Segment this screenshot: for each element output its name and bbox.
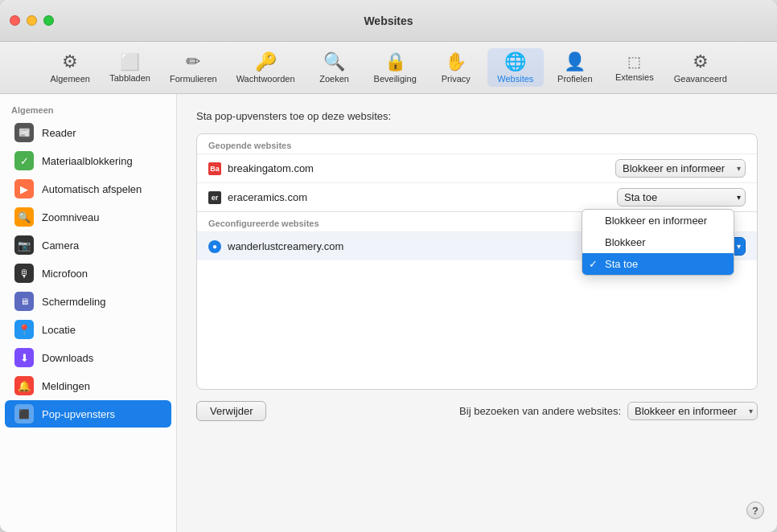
websites-box: Geopende websites Ba breakingatom.com Bl… [196, 133, 758, 390]
wachtwoorden-icon: 🔑 [255, 51, 277, 72]
sidebar-item-camera[interactable]: 📷 Camera [5, 231, 171, 259]
location-icon: 📍 [14, 320, 34, 339]
sidebar-item-meldingen[interactable]: 🔔 Meldingen [5, 372, 171, 399]
toolbar-label-wachtwoorden: Wachtwoorden [236, 74, 295, 84]
toolbar-item-beveiliging[interactable]: 🔒 Beveiliging [366, 48, 425, 87]
algemeen-icon: ⚙ [62, 51, 78, 72]
window-title: Websites [364, 14, 413, 27]
toolbar-item-algemeen[interactable]: ⚙ Algemeen [42, 48, 98, 87]
extensies-icon: ⬚ [627, 53, 641, 71]
other-websites-label: Bij bezoeken van andere websites: [459, 405, 621, 417]
select-wrapper-breakingatom: Blokkeer en informeer Blokkeer Sta toe ▾ [615, 159, 746, 178]
select-breakingatom[interactable]: Blokkeer en informeer Blokkeer Sta toe [615, 159, 746, 178]
favicon-wanderlust: ● [208, 240, 221, 253]
reader-icon: 📰 [14, 123, 34, 142]
help-button[interactable]: ? [746, 501, 764, 519]
select-wrapper-other: Blokkeer en informeer Blokkeer Sta toe ▾ [627, 402, 758, 420]
toolbar-label-zoeken: Zoeken [319, 74, 349, 84]
dropdown-menu: Blokkeer en informeer Blokkeer Sta toe [582, 209, 734, 276]
screenshare-icon: 🖥 [14, 292, 34, 311]
title-bar: Websites [0, 0, 777, 42]
window-buttons [10, 15, 54, 26]
domain-eraceramics: eraceramics.com [228, 191, 617, 203]
toolbar-label-extensies: Extensies [615, 72, 654, 82]
sidebar-item-label-locatie: Locatie [42, 324, 76, 336]
materiaalblokkering-icon: ✓ [14, 151, 34, 170]
remove-button[interactable]: Verwijder [196, 401, 266, 421]
minimize-button[interactable] [27, 15, 37, 26]
toolbar-item-extensies[interactable]: ⬚ Extensies [606, 50, 663, 85]
maximize-button[interactable] [43, 15, 54, 26]
sidebar-item-label-zoom: Zoomniveau [42, 211, 100, 223]
geavanceerd-icon: ⚙ [693, 51, 709, 72]
toolbar-label-profielen: Profielen [557, 74, 592, 84]
dropdown-option-blokkeer[interactable]: Blokkeer [582, 231, 734, 253]
sidebar-item-automatisch-afspelen[interactable]: ▶ Automatisch afspelen [5, 175, 171, 203]
sidebar-item-downloads[interactable]: ⬇ Downloads [5, 344, 171, 371]
sidebar-section-label: Algemeen [0, 100, 176, 118]
sidebar-item-label-schermdeling: Schermdeling [42, 296, 106, 308]
sidebar-item-label-meldingen: Meldingen [42, 380, 90, 392]
favicon-breakingatom: Ba [208, 162, 221, 175]
toolbar-label-beveiliging: Beveiliging [374, 74, 417, 84]
toolbar-item-zoeken[interactable]: 🔍 Zoeken [306, 48, 363, 87]
toolbar: ⚙ Algemeen ⬜ Tabbladen ✏ Formulieren 🔑 W… [0, 42, 777, 94]
sidebar-item-schermdeling[interactable]: 🖥 Schermdeling [5, 288, 171, 315]
toolbar-label-geavanceerd: Geavanceerd [674, 74, 727, 84]
sidebar-item-label-microfoon: Microfoon [42, 268, 88, 280]
toolbar-item-tabbladen[interactable]: ⬜ Tabbladen [101, 49, 158, 86]
select-value-eraceramics: Sta toe [624, 191, 657, 203]
sidebar-item-label-downloads: Downloads [42, 352, 93, 364]
footer-right: Bij bezoeken van andere websites: Blokke… [459, 402, 758, 420]
zoeken-icon: 🔍 [323, 51, 345, 72]
autoplay-icon: ▶ [14, 179, 34, 198]
toolbar-label-privacy: Privacy [442, 74, 471, 84]
toolbar-item-wachtwoorden[interactable]: 🔑 Wachtwoorden [228, 48, 303, 87]
formulieren-icon: ✏ [186, 51, 200, 72]
toolbar-item-profielen[interactable]: 👤 Profielen [547, 48, 603, 87]
sidebar-item-materiaalblokkering[interactable]: ✓ Materiaalblokkering [5, 147, 171, 174]
camera-icon: 📷 [14, 235, 34, 255]
toolbar-item-privacy[interactable]: ✋ Privacy [428, 48, 484, 87]
right-panel: Sta pop-upvensters toe op deze websites:… [177, 94, 777, 532]
sidebar-item-label-camera: Camera [42, 239, 79, 252]
website-row-eraceramics: er eraceramics.com Sta toe ▾ Blokkeer en… [197, 182, 757, 211]
domain-wanderlust: wanderlustcreamery.com [228, 240, 617, 252]
toolbar-item-websites[interactable]: 🌐 Websites [487, 48, 544, 87]
toolbar-label-websites: Websites [497, 74, 533, 84]
beveiliging-icon: 🔒 [384, 51, 406, 72]
sidebar: Algemeen 📰 Reader ✓ Materiaalblokkering … [0, 94, 177, 532]
tabbladen-icon: ⬜ [120, 52, 140, 72]
dropdown-option-sta-toe[interactable]: Sta toe [582, 253, 734, 275]
privacy-icon: ✋ [445, 51, 467, 72]
sidebar-item-label-autoplay: Automatisch afspelen [42, 183, 142, 195]
websites-icon: 🌐 [504, 51, 526, 72]
sidebar-item-locatie[interactable]: 📍 Locatie [5, 316, 171, 343]
sidebar-item-microfoon[interactable]: 🎙 Microfoon [5, 260, 171, 287]
opened-section-label: Geopende websites [197, 134, 757, 153]
dropdown-option-blokkeer-informeer[interactable]: Blokkeer en informeer [582, 210, 734, 231]
toolbar-item-formulieren[interactable]: ✏ Formulieren [162, 48, 225, 87]
select-display-eraceramics[interactable]: Sta toe ▾ [617, 188, 746, 207]
toolbar-label-formulieren: Formulieren [170, 74, 217, 84]
sidebar-item-zoomniveau[interactable]: 🔍 Zoomniveau [5, 203, 171, 231]
main-window: Websites ⚙ Algemeen ⬜ Tabbladen ✏ Formul… [0, 0, 777, 532]
main-content: Algemeen 📰 Reader ✓ Materiaalblokkering … [0, 94, 777, 532]
toolbar-item-geavanceerd[interactable]: ⚙ Geavanceerd [666, 48, 735, 87]
sidebar-item-reader[interactable]: 📰 Reader [5, 119, 171, 146]
footer-left: Verwijder [196, 401, 266, 421]
favicon-eraceramics: er [208, 191, 221, 204]
toolbar-label-algemeen: Algemeen [50, 74, 90, 84]
chevron-down-icon-eraceramics: ▾ [737, 193, 741, 202]
close-button[interactable] [10, 15, 20, 26]
select-other-websites[interactable]: Blokkeer en informeer Blokkeer Sta toe [627, 402, 758, 420]
sidebar-item-popup[interactable]: ⬛ Pop-upvensters [5, 400, 171, 428]
domain-breakingatom: breakingatom.com [228, 162, 615, 174]
websites-box-spacer [197, 260, 757, 389]
profielen-icon: 👤 [564, 51, 586, 72]
sidebar-item-label-reader: Reader [42, 127, 76, 139]
zoom-icon: 🔍 [14, 207, 34, 227]
microphone-icon: 🎙 [14, 264, 34, 283]
sidebar-item-label-popup: Pop-upvensters [42, 408, 115, 420]
toolbar-label-tabbladen: Tabbladen [109, 73, 150, 83]
